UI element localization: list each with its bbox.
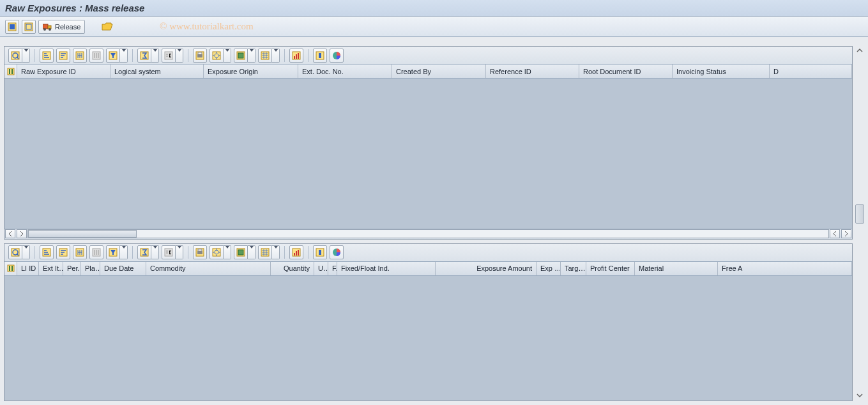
export-split-b[interactable] xyxy=(234,245,255,259)
svg-rect-56 xyxy=(296,251,297,256)
filter-split[interactable] xyxy=(106,49,128,63)
find-next-button[interactable] xyxy=(89,49,103,63)
svg-rect-57 xyxy=(298,250,299,256)
svg-rect-19 xyxy=(197,54,202,57)
select-column-icon xyxy=(7,68,15,75)
svg-rect-31 xyxy=(319,53,321,58)
col-ext-doc-no[interactable]: Ext. Doc. No. xyxy=(298,65,392,78)
col-logical-system[interactable]: Logical system xyxy=(110,65,204,78)
col-free-a[interactable]: Free A xyxy=(718,262,852,275)
col-fixed-float[interactable]: Fixed/Float Ind. xyxy=(337,262,436,275)
scroll-left-button[interactable] xyxy=(5,229,15,238)
export-split[interactable] xyxy=(234,49,255,63)
col-exposure-amount[interactable]: Exposure Amount xyxy=(436,262,537,275)
sort-desc-icon xyxy=(59,51,68,60)
scroll-right-button[interactable] xyxy=(841,229,851,238)
print-icon xyxy=(195,248,204,257)
col-u[interactable]: U… xyxy=(314,262,328,275)
col-f[interactable]: F. xyxy=(328,262,337,275)
col-created-by[interactable]: Created By xyxy=(392,65,486,78)
svg-rect-24 xyxy=(238,53,243,58)
outer-scroll-down[interactable] xyxy=(855,391,864,400)
title-bar: Raw Exposures : Mass release xyxy=(0,0,868,17)
truck-icon xyxy=(43,23,53,31)
layout-split[interactable] xyxy=(258,49,280,63)
details-split-b[interactable] xyxy=(8,245,30,259)
print-button-b[interactable] xyxy=(193,245,207,259)
col-ext-it[interactable]: Ext It… xyxy=(39,262,63,275)
col-root-document-id[interactable]: Root Document ID xyxy=(579,65,673,78)
svg-rect-4 xyxy=(43,24,48,29)
scroll-left-end-button[interactable] xyxy=(830,229,840,238)
bottom-grid-body xyxy=(4,276,852,401)
sum-split-b[interactable] xyxy=(137,245,159,259)
info-button-b[interactable] xyxy=(313,245,327,259)
outer-scroll-thumb[interactable] xyxy=(855,204,864,224)
find-button[interactable] xyxy=(73,49,87,63)
deselect-all-button[interactable] xyxy=(22,20,36,34)
col-quantity[interactable]: Quantity xyxy=(271,262,314,275)
chart-button-b[interactable] xyxy=(330,245,344,259)
sort-desc-button-b[interactable] xyxy=(56,245,70,259)
sum-split[interactable] xyxy=(137,49,159,63)
folder-open-button[interactable] xyxy=(100,20,114,34)
col-commodity[interactable]: Commodity xyxy=(146,262,271,275)
col-profit-center[interactable]: Profit Center xyxy=(586,262,635,275)
col-li-id[interactable]: LI ID xyxy=(17,262,39,275)
col-exposure-origin[interactable]: Exposure Origin xyxy=(204,65,298,78)
sort-asc-button[interactable] xyxy=(40,49,54,63)
top-hscroll[interactable] xyxy=(4,229,852,239)
layout-icon xyxy=(261,248,270,257)
layout-split-b[interactable] xyxy=(258,245,280,259)
col-raw-exposure-id[interactable]: Raw Exposure ID xyxy=(17,65,110,78)
find-icon xyxy=(75,51,84,60)
view-split-b[interactable] xyxy=(209,245,231,259)
top-grid-header: Raw Exposure ID Logical system Exposure … xyxy=(4,65,852,79)
subtotal-split[interactable] xyxy=(162,49,183,63)
col-d[interactable]: D xyxy=(770,65,852,78)
graphic-button[interactable] xyxy=(289,49,303,63)
sort-desc-button[interactable] xyxy=(56,49,70,63)
sort-asc-button-b[interactable] xyxy=(40,245,54,259)
graphic-button-b[interactable] xyxy=(289,245,303,259)
find-button-b[interactable] xyxy=(73,245,87,259)
col-exp[interactable]: Exp … xyxy=(537,262,561,275)
col-material[interactable]: Material xyxy=(635,262,718,275)
col-due-date[interactable]: Due Date xyxy=(100,262,146,275)
view-split[interactable] xyxy=(209,49,231,63)
svg-rect-34 xyxy=(9,69,10,74)
details-split[interactable] xyxy=(8,49,30,63)
svg-rect-55 xyxy=(294,253,295,256)
find-next-button-b[interactable] xyxy=(89,245,103,259)
print-button[interactable] xyxy=(193,49,207,63)
top-scroll-track[interactable] xyxy=(27,229,829,238)
svg-rect-62 xyxy=(9,266,10,271)
chart-button[interactable] xyxy=(330,49,344,63)
col-invoicing-status[interactable]: Invoicing Status xyxy=(673,65,770,78)
filter-split-b[interactable] xyxy=(106,245,128,259)
svg-rect-27 xyxy=(294,56,295,59)
info-button[interactable] xyxy=(313,49,327,63)
top-grid-body xyxy=(4,79,852,229)
svg-rect-20 xyxy=(198,52,202,54)
find-next-icon xyxy=(92,51,101,60)
release-button[interactable]: Release xyxy=(38,20,85,34)
bottom-grid-header: LI ID Ext It… Per. Pla… Due Date Commodi… xyxy=(4,262,852,276)
sort-desc-icon xyxy=(59,248,68,257)
select-all-button[interactable] xyxy=(5,20,19,34)
svg-rect-35 xyxy=(11,69,13,74)
filter-icon xyxy=(109,248,118,257)
bar-chart-icon xyxy=(292,248,301,257)
select-all-rows-bottom[interactable] xyxy=(4,262,17,275)
col-per[interactable]: Per. xyxy=(63,262,81,275)
col-targ[interactable]: Targ… xyxy=(561,262,586,275)
scroll-right-inner-button[interactable] xyxy=(17,229,27,238)
subtotal-split-b[interactable] xyxy=(162,245,183,259)
select-all-rows-top[interactable] xyxy=(4,65,17,78)
col-pla[interactable]: Pla… xyxy=(81,262,100,275)
info-icon xyxy=(316,51,324,60)
top-scroll-thumb[interactable] xyxy=(28,230,137,238)
svg-rect-17 xyxy=(165,52,172,59)
outer-scroll-up[interactable] xyxy=(855,46,864,55)
col-reference-id[interactable]: Reference ID xyxy=(486,65,579,78)
